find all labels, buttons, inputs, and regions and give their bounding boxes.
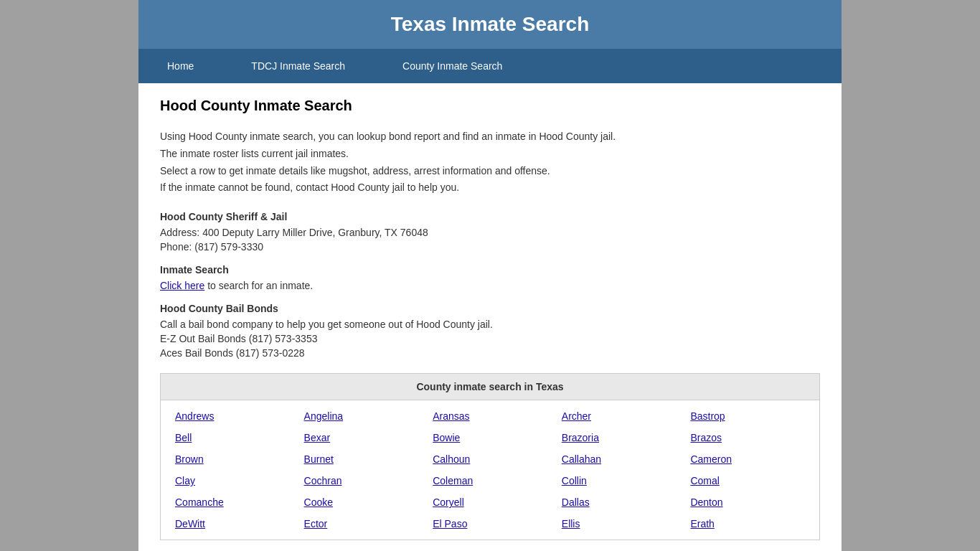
county-link[interactable]: Burnet (304, 453, 334, 465)
inmate-search-text: Click here to search for an inmate. (160, 280, 820, 291)
county-cell: Comal (683, 472, 812, 489)
county-link[interactable]: Coryell (433, 496, 464, 508)
county-link[interactable]: Brazoria (562, 432, 599, 443)
click-here-link[interactable]: Click here (160, 280, 204, 291)
county-cell: Erath (683, 515, 812, 532)
county-cell: Bowie (425, 429, 555, 446)
description-block: Using Hood County inmate search, you can… (160, 128, 820, 197)
county-cell: Calhoun (425, 451, 555, 468)
county-link[interactable]: Bell (175, 432, 192, 443)
county-link[interactable]: Callahan (562, 453, 601, 465)
sheriff-heading: Hood County Sheriff & Jail (160, 211, 820, 222)
inmate-search-section: Inmate Search Click here to search for a… (160, 264, 820, 291)
nav-county-search[interactable]: County Inmate Search (374, 49, 531, 83)
county-cell: Dallas (555, 494, 684, 511)
main-nav: Home TDCJ Inmate Search County Inmate Se… (138, 49, 842, 83)
county-cell: Angelina (297, 408, 426, 425)
county-cell: Callahan (555, 451, 684, 468)
county-link[interactable]: Archer (562, 410, 591, 422)
sheriff-address: Address: 400 Deputy Larry Miller Drive, … (160, 227, 820, 238)
county-cell: Coryell (425, 494, 555, 511)
bail-bond-1: E-Z Out Bail Bonds (817) 573-3353 (160, 333, 820, 344)
county-cell: Brown (168, 451, 297, 468)
bail-bonds-heading: Hood County Bail Bonds (160, 303, 820, 314)
county-link[interactable]: Andrews (175, 410, 214, 422)
county-link[interactable]: Cameron (690, 453, 732, 465)
inmate-search-heading: Inmate Search (160, 264, 820, 276)
desc-line-2: The inmate roster lists current jail inm… (160, 146, 820, 163)
county-link[interactable]: Bastrop (690, 410, 725, 422)
county-cell: Ector (297, 515, 426, 532)
county-cell: DeWitt (168, 515, 297, 532)
county-cell: Cochran (297, 472, 426, 489)
county-link[interactable]: Angelina (304, 410, 344, 422)
bail-bond-2: Aces Bail Bonds (817) 573-0228 (160, 347, 820, 359)
county-cell: Burnet (297, 451, 426, 468)
county-cell: Denton (683, 494, 812, 511)
desc-line-1: Using Hood County inmate search, you can… (160, 128, 820, 146)
sheriff-phone: Phone: (817) 579-3330 (160, 241, 820, 253)
county-link[interactable]: Brazos (690, 432, 722, 443)
site-header: Texas Inmate Search (138, 0, 842, 49)
county-grid: AndrewsAngelinaAransasArcherBastropBellB… (161, 400, 819, 540)
county-link[interactable]: Coleman (433, 475, 473, 486)
county-cell: Bastrop (683, 408, 812, 425)
county-table-section: County inmate search in Texas AndrewsAng… (160, 373, 820, 540)
county-cell: Bell (168, 429, 297, 446)
site-title: Texas Inmate Search (391, 13, 590, 35)
county-link[interactable]: Comanche (175, 496, 224, 508)
county-link[interactable]: Collin (562, 475, 587, 486)
sheriff-section: Hood County Sheriff & Jail Address: 400 … (160, 211, 820, 253)
county-link[interactable]: Dallas (562, 496, 590, 508)
county-link[interactable]: Brown (175, 453, 204, 465)
county-cell: Archer (555, 408, 684, 425)
county-cell: Ellis (555, 515, 684, 532)
county-link[interactable]: Bowie (433, 432, 460, 443)
inmate-search-suffix: to search for an inmate. (204, 280, 313, 291)
nav-tdcj[interactable]: TDCJ Inmate Search (222, 49, 374, 83)
county-cell: Cameron (683, 451, 812, 468)
nav-home[interactable]: Home (138, 49, 222, 83)
county-link[interactable]: Calhoun (433, 453, 470, 465)
county-link[interactable]: DeWitt (175, 518, 205, 529)
county-cell: Cooke (297, 494, 426, 511)
county-cell: Brazos (683, 429, 812, 446)
county-link[interactable]: Comal (690, 475, 719, 486)
bail-bonds-section: Hood County Bail Bonds Call a bail bond … (160, 303, 820, 359)
county-link[interactable]: El Paso (433, 518, 467, 529)
county-link[interactable]: Aransas (433, 410, 469, 422)
county-link[interactable]: Cochran (304, 475, 342, 486)
county-link[interactable]: Denton (690, 496, 722, 508)
county-link[interactable]: Ellis (562, 518, 580, 529)
county-link[interactable]: Bexar (304, 432, 331, 443)
county-link[interactable]: Erath (690, 518, 714, 529)
bail-intro: Call a bail bond company to help you get… (160, 319, 820, 330)
county-link[interactable]: Clay (175, 475, 195, 486)
county-cell: Bexar (297, 429, 426, 446)
county-cell: Collin (555, 472, 684, 489)
county-cell: Coleman (425, 472, 555, 489)
county-cell: Clay (168, 472, 297, 489)
county-cell: Aransas (425, 408, 555, 425)
county-cell: Andrews (168, 408, 297, 425)
desc-line-4: If the inmate cannot be found, contact H… (160, 179, 820, 197)
main-content: Hood County Inmate Search Using Hood Cou… (138, 83, 842, 551)
desc-line-3: Select a row to get inmate details like … (160, 163, 820, 180)
page-heading: Hood County Inmate Search (160, 98, 820, 114)
county-cell: El Paso (425, 515, 555, 532)
county-table-header: County inmate search in Texas (161, 374, 819, 400)
county-cell: Comanche (168, 494, 297, 511)
county-link[interactable]: Ector (304, 518, 328, 529)
county-link[interactable]: Cooke (304, 496, 333, 508)
county-cell: Brazoria (555, 429, 684, 446)
